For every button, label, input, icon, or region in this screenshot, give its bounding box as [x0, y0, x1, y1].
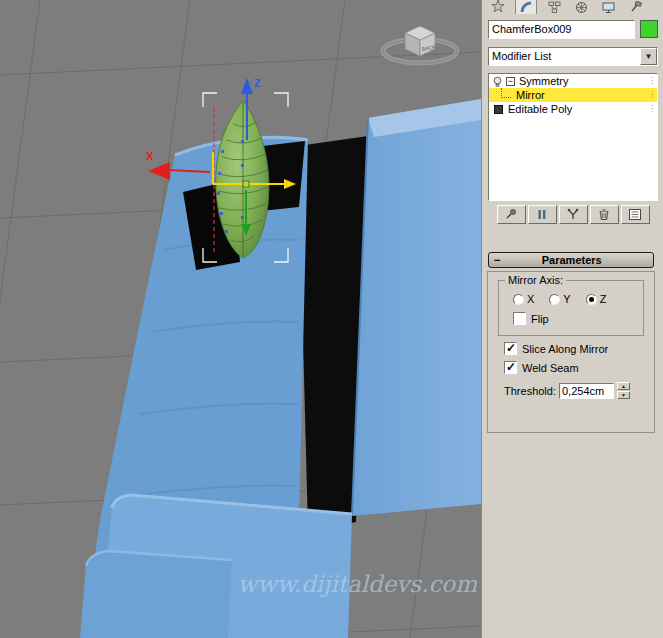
threshold-label: Threshold:: [496, 385, 556, 397]
threshold-spinner: ▲ ▼: [617, 382, 630, 399]
spinner-up-button[interactable]: ▲: [617, 382, 630, 390]
stack-item-editable-poly[interactable]: Editable Poly ⋮: [489, 102, 657, 116]
hierarchy-icon: [548, 1, 561, 14]
stack-item-mirror[interactable]: Mirror ⋮: [489, 88, 657, 102]
mirror-axis-y-radio[interactable]: Y: [549, 293, 570, 305]
checkbox-label: Weld Seam: [522, 362, 579, 374]
gizmo-z-label: Z: [254, 77, 261, 89]
stack-toolbar: [490, 205, 656, 225]
parameters-rollout-header[interactable]: − Parameters: [488, 252, 654, 268]
couch-left-cushion: [80, 551, 232, 638]
checkbox-label: Flip: [531, 313, 549, 325]
motion-tab[interactable]: [571, 0, 591, 14]
threshold-field[interactable]: 0,254cm: [559, 383, 614, 399]
checkbox-box: ✓: [504, 342, 517, 355]
threshold-row: Threshold: 0,254cm ▲ ▼: [496, 382, 650, 399]
show-end-result-button[interactable]: [528, 205, 557, 224]
dropdown-arrow-icon[interactable]: ▼: [640, 48, 657, 65]
display-monitor-icon: [602, 1, 615, 14]
radio-label: X: [527, 293, 534, 305]
radio-circle: [549, 294, 560, 305]
make-unique-icon: [566, 208, 580, 221]
radio-circle: [513, 294, 524, 305]
create-arrow-icon: [491, 0, 505, 14]
tree-elbow-icon: [501, 88, 511, 98]
rollout-title: Parameters: [500, 254, 643, 266]
radio-circle: [586, 294, 597, 305]
flip-checkbox[interactable]: ✓ Flip: [513, 312, 549, 325]
mirror-axis-x-radio[interactable]: X: [513, 293, 534, 305]
radio-label: Y: [563, 293, 570, 305]
checkbox-box: ✓: [504, 361, 517, 374]
configure-modifier-sets-button[interactable]: [621, 205, 650, 224]
show-end-result-icon: [535, 208, 549, 221]
mirror-axis-group: Mirror Axis: X Y Z: [498, 280, 644, 336]
weld-seam-checkbox[interactable]: ✓ Weld Seam: [504, 361, 579, 374]
collapse-icon[interactable]: −: [506, 77, 515, 86]
modifier-stack: − Symmetry ⋮ Mirror ⋮ Editable Poly ⋮: [488, 73, 658, 201]
command-panel-tabs: [485, 0, 662, 14]
parameters-content: Mirror Axis: X Y Z: [487, 271, 655, 433]
object-name-text: ChamferBox009: [492, 23, 572, 35]
mirror-axis-label: Mirror Axis:: [505, 274, 566, 286]
row-overflow-dots: ⋮: [648, 102, 656, 116]
stack-item-label: Symmetry: [517, 75, 569, 87]
object-color-swatch[interactable]: [640, 20, 658, 38]
hierarchy-tab[interactable]: [544, 0, 564, 14]
checkbox-label: Slice Along Mirror: [522, 343, 608, 355]
row-overflow-dots: ⋮: [648, 88, 656, 102]
slice-along-mirror-checkbox[interactable]: ✓ Slice Along Mirror: [504, 342, 608, 355]
checkbox-box: ✓: [513, 312, 526, 325]
gizmo-center: [243, 181, 249, 187]
stack-item-symmetry[interactable]: − Symmetry ⋮: [489, 74, 657, 88]
spinner-up-icon: ▲: [621, 383, 626, 389]
display-tab[interactable]: [598, 0, 618, 14]
create-tab[interactable]: [488, 0, 508, 14]
editable-poly-icon: [494, 105, 503, 114]
trash-icon: [597, 208, 611, 221]
lightbulb-icon[interactable]: [492, 76, 503, 87]
check-icon: ✓: [506, 341, 516, 355]
modify-icon: [520, 1, 533, 14]
dropdown-arrow-glyph: ▼: [645, 52, 653, 61]
mirror-axis-options: X Y Z: [513, 293, 639, 305]
object-name-row: ChamferBox009: [488, 20, 658, 39]
stack-item-label: Editable Poly: [506, 103, 572, 115]
couch-armrest: [352, 99, 481, 516]
spinner-down-button[interactable]: ▼: [617, 391, 630, 399]
mirror-axis-z-radio[interactable]: Z: [586, 293, 607, 305]
make-unique-button[interactable]: [559, 205, 588, 224]
configure-sets-icon: [628, 208, 642, 221]
viewport[interactable]: Z X: [0, 0, 481, 638]
utilities-hammer-icon: [629, 1, 642, 14]
spinner-down-icon: ▼: [621, 392, 626, 398]
radio-label: Z: [600, 293, 607, 305]
gizmo-x-label: X: [146, 150, 154, 162]
modifier-list-dropdown[interactable]: Modifier List ▼: [488, 47, 658, 66]
motion-wheel-icon: [575, 1, 588, 14]
watermark: www.dijitaldevs.com: [237, 571, 477, 598]
remove-modifier-button[interactable]: [590, 205, 619, 224]
pin-icon: [504, 208, 518, 221]
row-overflow-dots: ⋮: [648, 74, 656, 88]
object-name-field[interactable]: ChamferBox009: [488, 20, 635, 39]
stack-item-label: Mirror: [514, 89, 545, 101]
utilities-tab[interactable]: [625, 0, 645, 14]
modify-tab[interactable]: [515, 0, 537, 14]
modifier-list-label: Modifier List: [489, 48, 640, 65]
app-window: Z X: [0, 0, 663, 638]
check-icon: ✓: [506, 360, 516, 374]
pin-stack-button[interactable]: [497, 205, 526, 224]
command-panel: ChamferBox009 Modifier List ▼ − Symmetry: [481, 0, 663, 638]
threshold-value: 0,254cm: [562, 385, 604, 397]
